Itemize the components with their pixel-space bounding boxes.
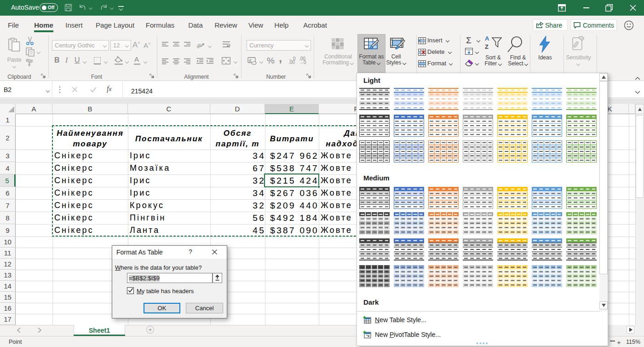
svg-text:ab: ab xyxy=(196,42,202,49)
svg-text:₡: ₡ xyxy=(249,58,252,63)
